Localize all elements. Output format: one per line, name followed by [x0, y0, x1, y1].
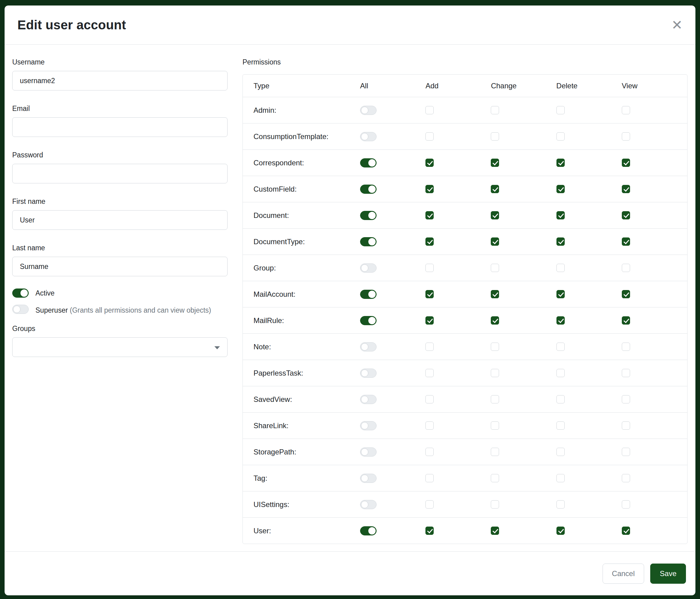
- permission-change-checkbox[interactable]: [491, 448, 499, 456]
- permission-all-toggle[interactable]: [360, 500, 377, 509]
- email-field[interactable]: [12, 117, 227, 137]
- permission-change-checkbox[interactable]: [491, 159, 499, 167]
- permission-all-toggle[interactable]: [360, 158, 377, 167]
- permission-add-checkbox[interactable]: [425, 422, 434, 430]
- permission-delete-checkbox[interactable]: [556, 342, 565, 351]
- permission-all-toggle[interactable]: [360, 237, 377, 246]
- permission-change-checkbox[interactable]: [491, 342, 499, 351]
- permission-delete-checkbox[interactable]: [556, 264, 565, 272]
- permission-change-checkbox[interactable]: [491, 369, 499, 377]
- permission-view-checkbox[interactable]: [622, 474, 630, 482]
- permission-change-checkbox[interactable]: [491, 132, 499, 141]
- permission-add-checkbox[interactable]: [425, 500, 434, 508]
- permission-view-checkbox[interactable]: [622, 106, 630, 114]
- permission-add-checkbox[interactable]: [425, 448, 434, 456]
- permission-add-checkbox[interactable]: [425, 342, 434, 351]
- permission-view-checkbox[interactable]: [622, 369, 630, 377]
- permission-add-checkbox[interactable]: [425, 290, 434, 298]
- permission-delete-checkbox[interactable]: [556, 474, 565, 482]
- permission-all-toggle[interactable]: [360, 185, 377, 194]
- permission-all-toggle[interactable]: [360, 263, 377, 272]
- column-header-delete: Delete: [556, 81, 622, 90]
- permission-add-checkbox[interactable]: [425, 369, 434, 377]
- permission-delete-checkbox[interactable]: [556, 395, 565, 403]
- permission-view-checkbox[interactable]: [622, 500, 630, 508]
- permission-delete-checkbox[interactable]: [556, 185, 565, 193]
- permission-view-checkbox[interactable]: [622, 395, 630, 403]
- permission-delete-checkbox[interactable]: [556, 448, 565, 456]
- permission-type-label: DocumentType:: [253, 237, 305, 246]
- permission-all-toggle[interactable]: [360, 316, 377, 325]
- save-button[interactable]: Save: [650, 564, 686, 584]
- permission-view-checkbox[interactable]: [622, 185, 630, 193]
- permission-view-checkbox[interactable]: [622, 159, 630, 167]
- groups-select[interactable]: [12, 337, 227, 357]
- superuser-toggle[interactable]: [12, 305, 29, 314]
- permission-change-checkbox[interactable]: [491, 106, 499, 114]
- permission-change-checkbox[interactable]: [491, 185, 499, 193]
- permission-all-toggle[interactable]: [360, 474, 377, 483]
- permission-change-checkbox[interactable]: [491, 395, 499, 403]
- permission-add-checkbox[interactable]: [425, 395, 434, 403]
- permission-all-toggle[interactable]: [360, 132, 377, 141]
- permission-view-checkbox[interactable]: [622, 448, 630, 456]
- permission-all-toggle[interactable]: [360, 395, 377, 404]
- permission-delete-checkbox[interactable]: [556, 500, 565, 508]
- permission-view-checkbox[interactable]: [622, 422, 630, 430]
- permission-delete-checkbox[interactable]: [556, 316, 565, 325]
- permission-add-checkbox[interactable]: [425, 237, 434, 246]
- permission-type-label: PaperlessTask:: [253, 369, 303, 378]
- permission-delete-checkbox[interactable]: [556, 527, 565, 535]
- permission-add-checkbox[interactable]: [425, 185, 434, 193]
- permission-delete-checkbox[interactable]: [556, 159, 565, 167]
- permission-add-checkbox[interactable]: [425, 132, 434, 141]
- close-icon[interactable]: ✕: [671, 18, 682, 32]
- permission-delete-checkbox[interactable]: [556, 422, 565, 430]
- permission-all-toggle[interactable]: [360, 421, 377, 430]
- permission-add-checkbox[interactable]: [425, 106, 434, 114]
- last-name-field[interactable]: [12, 257, 227, 276]
- permission-change-checkbox[interactable]: [491, 527, 499, 535]
- permission-add-checkbox[interactable]: [425, 159, 434, 167]
- permission-all-toggle[interactable]: [360, 448, 377, 457]
- permission-change-checkbox[interactable]: [491, 290, 499, 298]
- cancel-button[interactable]: Cancel: [603, 564, 644, 584]
- permission-view-checkbox[interactable]: [622, 211, 630, 219]
- permission-add-checkbox[interactable]: [425, 474, 434, 482]
- permission-change-checkbox[interactable]: [491, 264, 499, 272]
- first-name-field[interactable]: [12, 210, 227, 230]
- active-toggle[interactable]: [12, 288, 29, 298]
- permission-add-checkbox[interactable]: [425, 264, 434, 272]
- permission-delete-checkbox[interactable]: [556, 290, 565, 298]
- permission-all-toggle[interactable]: [360, 526, 377, 535]
- permission-view-checkbox[interactable]: [622, 132, 630, 141]
- permission-delete-checkbox[interactable]: [556, 237, 565, 246]
- permission-add-checkbox[interactable]: [425, 211, 434, 219]
- password-field[interactable]: [12, 164, 227, 183]
- permission-all-toggle[interactable]: [360, 211, 377, 220]
- permissions-section: Permissions Type All Add Change Delete V…: [243, 57, 688, 551]
- permission-delete-checkbox[interactable]: [556, 211, 565, 219]
- permission-add-checkbox[interactable]: [425, 527, 434, 535]
- permission-all-toggle[interactable]: [360, 342, 377, 352]
- permission-delete-checkbox[interactable]: [556, 132, 565, 141]
- permission-view-checkbox[interactable]: [622, 316, 630, 325]
- permission-all-toggle[interactable]: [360, 106, 377, 115]
- permission-view-checkbox[interactable]: [622, 237, 630, 246]
- permission-all-toggle[interactable]: [360, 290, 377, 299]
- permission-view-checkbox[interactable]: [622, 342, 630, 351]
- permission-change-checkbox[interactable]: [491, 474, 499, 482]
- username-input[interactable]: [12, 71, 227, 91]
- permission-change-checkbox[interactable]: [491, 237, 499, 246]
- permission-change-checkbox[interactable]: [491, 316, 499, 325]
- permission-delete-checkbox[interactable]: [556, 106, 565, 114]
- permission-change-checkbox[interactable]: [491, 500, 499, 508]
- permission-view-checkbox[interactable]: [622, 527, 630, 535]
- permission-add-checkbox[interactable]: [425, 316, 434, 325]
- permission-view-checkbox[interactable]: [622, 264, 630, 272]
- permission-all-toggle[interactable]: [360, 368, 377, 378]
- permission-change-checkbox[interactable]: [491, 422, 499, 430]
- permission-delete-checkbox[interactable]: [556, 369, 565, 377]
- permission-change-checkbox[interactable]: [491, 211, 499, 219]
- permission-view-checkbox[interactable]: [622, 290, 630, 298]
